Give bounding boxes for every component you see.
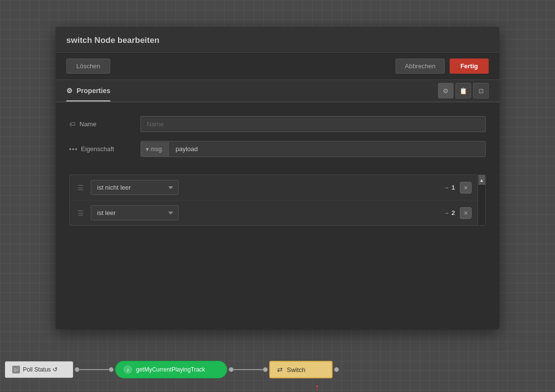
spotify-icon: ♪	[123, 365, 132, 374]
arrow-right-icon-2: →	[443, 209, 450, 216]
eigenschaft-prefix[interactable]: ▾ msg.	[141, 142, 169, 157]
eigenschaft-msg-label: msg.	[151, 146, 163, 153]
properties-tab-bar: ⚙ Properties ⚙ 📋 ⊡	[56, 80, 499, 102]
switch-input-port	[263, 367, 268, 372]
remove-icon-1: ×	[464, 184, 468, 191]
eigenschaft-label: Eigenschaft	[69, 145, 133, 153]
gear-icon: ⚙	[66, 87, 73, 95]
switch-label: Switch	[287, 366, 305, 373]
scrollbar[interactable]: ▲	[477, 175, 485, 225]
condition-arrow-1: → 1	[443, 184, 455, 191]
condition-select-2[interactable]: ist leer ist nicht leer ist wahr ist fal…	[91, 205, 178, 220]
inject-icon: ▷	[12, 366, 20, 373]
delete-button[interactable]: Löschen	[66, 59, 110, 74]
arrow-right-icon-1: →	[443, 184, 450, 191]
properties-tab-label: Properties	[77, 87, 110, 95]
name-label: 🏷 Name	[69, 120, 133, 128]
switch-output-port	[334, 367, 339, 372]
tab-icon-group: ⚙ 📋 ⊡	[438, 83, 489, 98]
inject-output-port	[75, 367, 79, 372]
condition-arrow-2: → 2	[443, 209, 455, 216]
drag-handle-1[interactable]: ☰	[76, 182, 86, 194]
condition-num-1: 1	[452, 184, 455, 191]
properties-tab[interactable]: ⚙ Properties	[66, 81, 110, 101]
modal-toolbar: Löschen Abbrechen Fertig	[56, 53, 499, 80]
spotify-node[interactable]: ♪ getMyCurrentPlayingTrack	[109, 361, 234, 378]
settings-icon: ⚙	[443, 87, 449, 95]
document-icon: 📋	[459, 87, 467, 95]
conditions-container: ▲ ☰ ist nicht leer ist leer ist wahr ist…	[69, 175, 486, 226]
cancel-button[interactable]: Abbrechen	[396, 59, 445, 74]
inject-node[interactable]: ▷ Poll Status ↺	[5, 361, 79, 378]
dropdown-arrow-icon: ▾	[146, 146, 149, 153]
switch-node[interactable]: ⇄ Switch ↑	[263, 361, 339, 378]
modal-dialog: switch Node bearbeiten Löschen Abbrechen…	[56, 27, 499, 329]
modal-title: switch Node bearbeiten	[66, 36, 489, 45]
done-button[interactable]: Fertig	[450, 59, 489, 74]
scroll-up-icon: ▲	[479, 177, 484, 183]
inject-label: Poll Status ↺	[23, 366, 58, 373]
scrollbar-up-btn[interactable]: ▲	[478, 175, 485, 185]
arrow-indicator: ↑	[315, 382, 319, 392]
condition-remove-btn-2[interactable]: ×	[460, 207, 472, 219]
condition-select-1[interactable]: ist nicht leer ist leer ist wahr ist fal…	[91, 180, 178, 195]
spotify-label: getMyCurrentPlayingTrack	[136, 366, 205, 373]
eigenschaft-select-wrapper[interactable]: ▾ msg. payload	[140, 141, 486, 157]
switch-icon: ⇄	[277, 366, 283, 373]
condition-row-1: ☰ ist nicht leer ist leer ist wahr ist f…	[70, 175, 477, 200]
modal-header: switch Node bearbeiten	[56, 27, 499, 53]
tab-settings-icon-btn[interactable]: ⚙	[438, 83, 454, 98]
tab-document-icon-btn[interactable]: 📋	[456, 83, 471, 98]
frame-icon: ⊡	[478, 87, 484, 95]
drag-handle-2[interactable]: ☰	[76, 207, 86, 219]
spotify-output-port	[229, 367, 234, 372]
eigenschaft-form-row: Eigenschaft ▾ msg. payload	[69, 141, 486, 157]
inject-box: ▷ Poll Status ↺	[5, 361, 73, 378]
dots-icon	[69, 148, 77, 150]
condition-remove-btn-1[interactable]: ×	[460, 182, 472, 194]
wire-1	[79, 369, 109, 370]
condition-row-2: ☰ ist leer ist nicht leer ist wahr ist f…	[70, 200, 477, 225]
spotify-input-port	[109, 367, 114, 372]
wire-2	[234, 369, 263, 370]
flow-area: ▷ Poll Status ↺ ♪ getMyCurrentPlayingTra…	[5, 361, 339, 378]
name-input[interactable]	[140, 116, 486, 132]
condition-num-2: 2	[452, 209, 455, 216]
tab-frame-icon-btn[interactable]: ⊡	[473, 83, 489, 98]
switch-box: ⇄ Switch	[269, 361, 333, 378]
tag-icon: 🏷	[69, 120, 76, 128]
remove-icon-2: ×	[464, 210, 468, 216]
spotify-box: ♪ getMyCurrentPlayingTrack	[115, 361, 227, 378]
name-form-row: 🏷 Name	[69, 116, 486, 132]
canvas-bottom: ▷ Poll Status ↺ ♪ getMyCurrentPlayingTra…	[0, 333, 555, 392]
eigenschaft-value: payload	[169, 141, 205, 157]
properties-content: 🏷 Name Eigenschaft ▾	[56, 102, 499, 175]
